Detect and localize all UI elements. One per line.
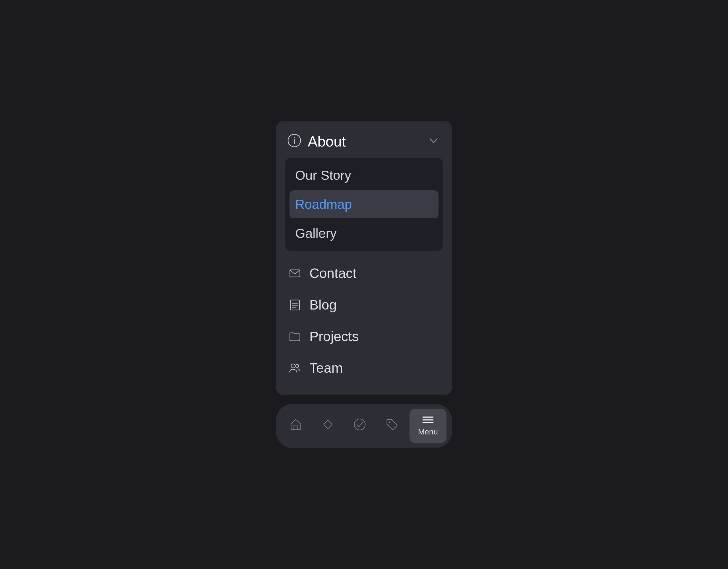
home-icon xyxy=(289,418,303,434)
menu-icon xyxy=(422,415,434,426)
about-header[interactable]: About xyxy=(285,130,443,158)
svg-point-9 xyxy=(296,364,299,367)
nav-item-blog-label: Blog xyxy=(309,297,337,313)
folder-icon xyxy=(288,330,302,343)
svg-point-2 xyxy=(294,137,295,138)
submenu-item-our-story[interactable]: Our Story xyxy=(289,161,439,189)
ui-container: About Our Story Roadmap Gallery xyxy=(276,121,452,448)
envelope-icon xyxy=(288,267,302,279)
about-header-left: About xyxy=(287,133,346,150)
check-circle-icon xyxy=(353,418,367,434)
about-title: About xyxy=(308,133,346,150)
tab-diamond[interactable] xyxy=(314,412,342,440)
nav-item-contact[interactable]: Contact xyxy=(285,257,443,289)
team-icon xyxy=(288,362,302,375)
info-circle-icon xyxy=(287,133,301,150)
nav-item-projects[interactable]: Projects xyxy=(285,321,443,352)
svg-rect-11 xyxy=(324,420,332,429)
nav-item-blog[interactable]: Blog xyxy=(285,289,443,321)
svg-point-8 xyxy=(291,364,295,368)
svg-point-13 xyxy=(389,421,390,423)
chevron-down-icon xyxy=(427,133,441,149)
tab-check[interactable] xyxy=(346,412,374,440)
nav-item-projects-label: Projects xyxy=(309,329,359,344)
tab-menu[interactable]: Menu xyxy=(409,409,446,443)
submenu-item-roadmap[interactable]: Roadmap xyxy=(289,190,439,218)
menu-tab-label: Menu xyxy=(418,427,438,437)
nav-items: Contact Blog xyxy=(285,253,443,384)
document-icon xyxy=(288,299,302,311)
nav-item-team-label: Team xyxy=(309,360,343,376)
tab-bar: Menu xyxy=(276,404,452,448)
submenu-item-gallery[interactable]: Gallery xyxy=(289,219,439,247)
nav-item-contact-label: Contact xyxy=(309,265,356,281)
submenu-box: Our Story Roadmap Gallery xyxy=(285,158,443,250)
diamond-icon xyxy=(321,418,335,434)
tab-home[interactable] xyxy=(282,412,310,440)
nav-item-team[interactable]: Team xyxy=(285,352,443,384)
tag-icon xyxy=(385,418,399,434)
svg-rect-10 xyxy=(294,426,297,429)
menu-panel: About Our Story Roadmap Gallery xyxy=(276,121,452,395)
svg-point-12 xyxy=(354,419,365,430)
tab-tag[interactable] xyxy=(378,412,406,440)
